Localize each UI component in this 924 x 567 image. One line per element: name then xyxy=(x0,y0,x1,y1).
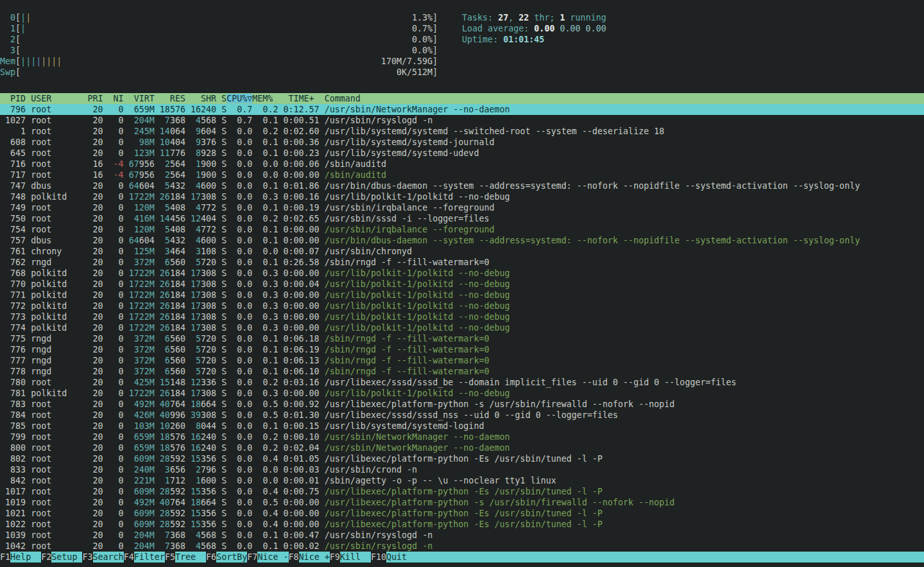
meter-label: Mem xyxy=(0,57,15,66)
priority-cell: 20 xyxy=(82,487,103,496)
process-row-1019[interactable]: 1019 root 20 0 492M 40764 18664 S 0.0 0.… xyxy=(0,497,924,508)
column-header-command[interactable]: Command xyxy=(320,94,361,103)
process-row-1042[interactable]: 1042 root 20 0 204M 7368 4568 S 0.0 0.1 … xyxy=(0,541,924,552)
process-row-802[interactable]: 802 root 20 0 609M 28592 15356 S 0.0 0.4… xyxy=(0,453,924,464)
fn-setup-button[interactable]: Setup xyxy=(51,552,82,563)
fnkey-f3-label[interactable]: F3 xyxy=(82,552,92,563)
process-row-761[interactable]: 761 chrony 20 0 125M 3464 3108 S 0.0 0.0… xyxy=(0,246,924,257)
priority-cell: 20 xyxy=(82,203,103,213)
column-header-virt[interactable]: VIRT xyxy=(124,94,155,103)
fn-search-button[interactable]: Search xyxy=(93,552,124,563)
process-row-780[interactable]: 780 root 20 0 425M 15148 12336 S 0.0 0.2… xyxy=(0,377,924,388)
process-row-754[interactable]: 754 root 20 0 120M 5408 4772 S 0.0 0.1 0… xyxy=(0,224,924,235)
res-cell: 26 xyxy=(160,192,170,202)
column-header-cpu[interactable]: CPU%▽ xyxy=(227,94,252,103)
process-row-1[interactable]: 1 root 20 0 245M 14064 9604 S 0.0 0.2 0:… xyxy=(0,126,924,137)
process-row-748[interactable]: 748 polkitd 20 0 1722M 26184 17308 S 0.0… xyxy=(0,191,924,202)
process-row-781[interactable]: 781 polkitd 20 0 1722M 26184 17308 S 0.0… xyxy=(0,388,924,399)
process-row-771[interactable]: 771 polkitd 20 0 1722M 26184 17308 S 0.0… xyxy=(0,290,924,301)
res-cell: 592 xyxy=(170,519,185,529)
res-cell xyxy=(155,181,165,191)
column-header-shr[interactable]: SHR xyxy=(185,94,216,103)
process-row-833[interactable]: 833 root 20 0 240M 3656 2796 S 0.0 0.0 0… xyxy=(0,464,924,475)
process-row-1017[interactable]: 1017 root 20 0 609M 28592 15356 S 0.0 0.… xyxy=(0,486,924,497)
gap xyxy=(320,148,325,158)
time-cell: 0:00.04 xyxy=(278,279,319,289)
fn-help-button[interactable]: Help xyxy=(10,552,41,563)
fn-nice--button[interactable]: Nice - xyxy=(257,552,288,563)
process-row-750[interactable]: 750 root 20 0 416M 14456 12404 S 0.0 0.2… xyxy=(0,213,924,224)
meter-bracket-open: [ xyxy=(15,13,21,22)
fnkey-f7-label[interactable]: F7 xyxy=(247,552,257,563)
process-row-608[interactable]: 608 root 20 0 98M 10404 9376 S 0.0 0.1 0… xyxy=(0,137,924,148)
fnkey-f9-label[interactable]: F9 xyxy=(330,552,340,563)
process-row-749[interactable]: 749 root 20 0 120M 5408 4772 S 0.0 0.1 0… xyxy=(0,202,924,213)
column-header-pid[interactable]: PID xyxy=(0,94,31,103)
pid-cell: 747 xyxy=(0,181,31,191)
fn-nice--button[interactable]: Nice + xyxy=(299,552,330,563)
nice-cell: 0 xyxy=(103,378,124,387)
process-row-842[interactable]: 842 root 20 0 221M 1712 1600 S 0.0 0.0 0… xyxy=(0,475,924,486)
process-row-1022[interactable]: 1022 root 20 0 609M 28592 15356 S 0.0 0.… xyxy=(0,519,924,530)
fnkey-f10-label[interactable]: F10 xyxy=(371,552,386,563)
pid-cell: 1027 xyxy=(0,116,31,125)
column-header-time[interactable]: TIME+ xyxy=(278,94,319,103)
shr-cell: 356 xyxy=(201,519,216,529)
process-row-1021[interactable]: 1021 root 20 0 609M 28592 15356 S 0.0 0.… xyxy=(0,508,924,519)
shr-cell xyxy=(185,454,191,464)
fnkey-f1-label[interactable]: F1 xyxy=(0,552,10,563)
res-cell xyxy=(155,159,165,169)
process-row-772[interactable]: 772 polkitd 20 0 1722M 26184 17308 S 0.0… xyxy=(0,301,924,311)
process-row-778[interactable]: 778 rngd 20 0 372M 6560 5720 S 0.0 0.1 0… xyxy=(0,366,924,377)
fn-filter-button[interactable]: Filter xyxy=(134,552,165,563)
process-row-800[interactable]: 800 root 20 0 659M 18576 16240 S 0.0 0.2… xyxy=(0,442,924,453)
shr-cell xyxy=(185,290,191,300)
process-row-768[interactable]: 768 polkitd 20 0 1722M 26184 17308 S 0.0… xyxy=(0,268,924,279)
process-row-799[interactable]: 799 root 20 0 659M 18576 16240 S 0.0 0.2… xyxy=(0,432,924,442)
process-row-757[interactable]: 757 dbus 20 0 64604 5432 4600 S 0.0 0.1 … xyxy=(0,235,924,246)
state-cell: S xyxy=(216,367,227,376)
fnkey-f6-label[interactable]: F6 xyxy=(206,552,216,563)
process-row-784[interactable]: 784 root 20 0 426M 40996 39308 S 0.0 0.5… xyxy=(0,410,924,421)
process-row-747[interactable]: 747 dbus 20 0 64604 5432 4600 S 0.0 0.1 … xyxy=(0,180,924,191)
fnkey-f4-label[interactable]: F4 xyxy=(124,552,134,563)
pid-cell: 783 xyxy=(0,399,31,409)
fn-sortby-button[interactable]: SortBy xyxy=(216,552,247,563)
process-row-774[interactable]: 774 polkitd 20 0 1722M 26184 17308 S 0.0… xyxy=(0,322,924,333)
res-cell: 26 xyxy=(160,268,170,278)
cpu-percent-cell: 0.0 xyxy=(227,170,252,180)
res-cell xyxy=(155,323,160,333)
process-row-773[interactable]: 773 polkitd 20 0 1722M 26184 17308 S 0.0… xyxy=(0,311,924,322)
process-row-777[interactable]: 777 rngd 20 0 372M 6560 5720 S 0.0 0.1 0… xyxy=(0,355,924,366)
process-row-716[interactable]: 716 root 16 -4 67956 2564 1900 S 0.0 0.0… xyxy=(0,159,924,170)
process-row-1039[interactable]: 1039 root 20 0 204M 7368 4568 S 0.0 0.1 … xyxy=(0,530,924,541)
column-header-ni[interactable]: NI xyxy=(103,94,124,103)
fnkey-f2-label[interactable]: F2 xyxy=(41,552,51,563)
column-header-pri[interactable]: PRI xyxy=(82,94,103,103)
priority-cell: 20 xyxy=(82,530,103,540)
fnkey-f8-label[interactable]: F8 xyxy=(289,552,299,563)
process-row-796[interactable]: 796 root 20 0 659M 18576 16240 S 0.7 0.2… xyxy=(0,104,924,115)
fn-kill-button[interactable]: Kill xyxy=(340,552,371,563)
process-row-775[interactable]: 775 rngd 20 0 372M 6560 5720 S 0.0 0.1 0… xyxy=(0,333,924,344)
gap xyxy=(320,279,325,289)
column-header-state[interactable]: S xyxy=(216,94,227,103)
time-cell: 0:00.36 xyxy=(278,137,319,147)
column-header-res[interactable]: RES xyxy=(155,94,185,103)
state-cell: S xyxy=(216,225,227,234)
fn-quit-button[interactable]: Quit xyxy=(386,552,924,563)
column-header-mem[interactable]: MEM% xyxy=(252,94,278,103)
fn-tree-button[interactable]: Tree xyxy=(175,552,206,563)
process-row-785[interactable]: 785 root 20 0 103M 10260 8044 S 0.0 0.1 … xyxy=(0,421,924,432)
process-row-1027[interactable]: 1027 root 20 0 204M 7368 4568 S 0.7 0.1 … xyxy=(0,115,924,126)
process-row-783[interactable]: 783 root 20 0 492M 40764 18664 S 0.0 0.5… xyxy=(0,399,924,410)
process-row-645[interactable]: 645 root 20 0 123M 11776 8928 S 0.0 0.1 … xyxy=(0,148,924,159)
process-row-776[interactable]: 776 rngd 20 0 372M 6560 5720 S 0.0 0.1 0… xyxy=(0,344,924,355)
process-row-762[interactable]: 762 rngd 20 0 372M 6560 5720 S 0.0 0.1 0… xyxy=(0,257,924,268)
fnkey-f5-label[interactable]: F5 xyxy=(165,552,175,563)
process-row-770[interactable]: 770 polkitd 20 0 1722M 26184 17308 S 0.0… xyxy=(0,279,924,290)
column-header-user[interactable]: USER xyxy=(31,94,82,103)
command-cell: /usr/lib/polkit-1/polkitd --no-debug xyxy=(325,279,510,289)
user-cell: root xyxy=(31,541,82,551)
process-row-717[interactable]: 717 root 16 -4 67956 2564 1900 S 0.0 0.0… xyxy=(0,170,924,180)
